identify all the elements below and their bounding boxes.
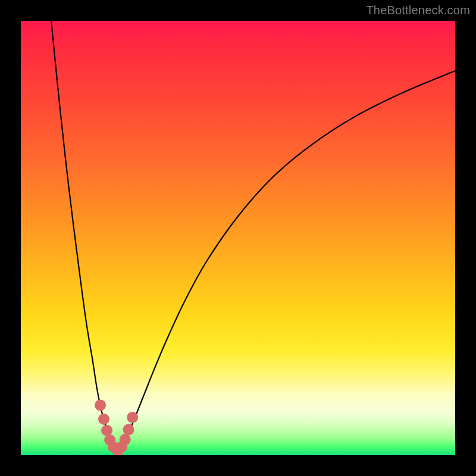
chart-stage: TheBottleneck.com (0, 0, 476, 476)
plot-area (21, 21, 455, 455)
watermark-text: TheBottleneck.com (366, 4, 470, 17)
curve-right (121, 71, 455, 449)
marker-group (95, 400, 138, 455)
curve-layer (21, 21, 455, 455)
curve-left (51, 21, 113, 449)
data-marker (98, 414, 109, 425)
data-marker (95, 400, 106, 411)
data-marker (123, 424, 134, 435)
data-marker (120, 434, 131, 445)
data-marker (101, 425, 112, 436)
data-marker (127, 412, 138, 423)
